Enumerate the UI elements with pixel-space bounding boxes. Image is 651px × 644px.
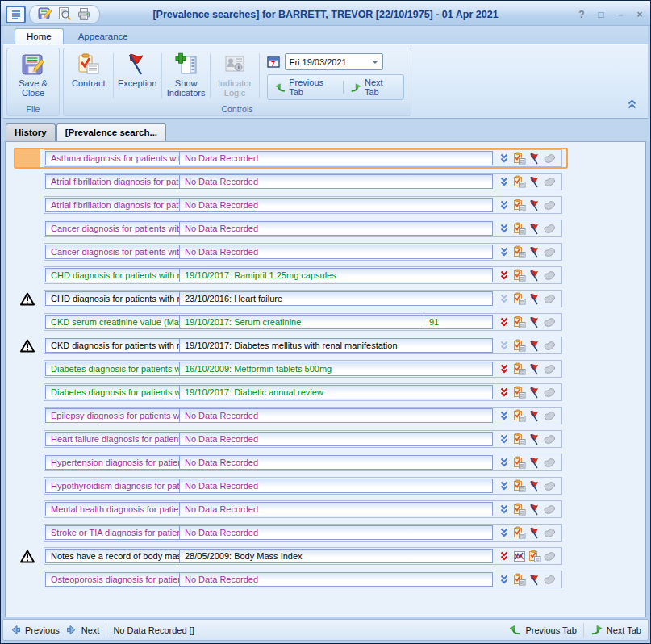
history-button[interactable] (512, 245, 526, 259)
history-button[interactable] (512, 269, 526, 282)
history-button[interactable] (512, 152, 526, 165)
exception-button-row[interactable] (528, 245, 541, 259)
restore-button[interactable]: □ (595, 9, 607, 20)
exception-button-row[interactable] (528, 199, 541, 212)
indicator-row[interactable]: Cancer diagnosis for patients with relat… (14, 241, 568, 262)
history-button[interactable] (512, 386, 526, 399)
exception-button-row[interactable] (528, 339, 541, 353)
indicator-row[interactable]: Asthma diagnosis for patients with asthm… (14, 148, 568, 169)
print-preview-button[interactable] (57, 6, 72, 23)
show-indicators-button[interactable]: Show Indicators (163, 50, 210, 98)
exception-button-row[interactable] (528, 152, 541, 165)
indicator-row[interactable]: CKD diagnosis for patients with related … (14, 335, 568, 356)
exception-button-row[interactable] (528, 292, 541, 306)
exception-button-row[interactable] (528, 479, 541, 493)
expand-row-button[interactable] (497, 339, 511, 353)
expand-row-button[interactable] (497, 456, 511, 470)
expand-row-button[interactable] (497, 199, 511, 212)
indicator-row[interactable]: CHD diagnosis for patients with related … (14, 288, 568, 309)
save-close-button[interactable]: Save & Close (9, 50, 57, 98)
date-picker[interactable]: Fri 19/03/2021 (285, 53, 383, 70)
history-button[interactable] (512, 199, 526, 212)
exception-button-row[interactable] (528, 433, 541, 446)
history-button[interactable] (512, 503, 526, 516)
expand-row-button[interactable] (497, 245, 511, 259)
indicator-row[interactable]: Atrial fibrillation diagnosis for patien… (14, 194, 568, 215)
indicator-row[interactable]: Diabetes diagnosis for patients with rel… (14, 382, 568, 403)
expand-row-button[interactable] (497, 386, 511, 399)
expand-row-button[interactable] (497, 479, 511, 493)
tab-appearance[interactable]: Appearance (67, 29, 140, 44)
exception-button-row[interactable] (528, 222, 541, 236)
exception-button-row[interactable] (528, 456, 541, 470)
history-button[interactable] (512, 316, 526, 329)
previous-tab-button-ribbon[interactable]: Previous Tab (269, 76, 341, 98)
app-menu-button[interactable] (6, 6, 26, 23)
indicator-row[interactable]: Epilepsy diagnosis for patients with rel… (14, 405, 568, 426)
history-button[interactable] (512, 573, 526, 587)
collapse-ribbon-button[interactable] (626, 98, 638, 111)
history-button[interactable] (528, 550, 541, 563)
history-button[interactable] (512, 292, 526, 306)
indicator-row[interactable]: Atrial fibrillation diagnosis for patien… (14, 171, 568, 192)
expand-row-button[interactable] (497, 573, 511, 587)
history-button[interactable] (512, 175, 526, 189)
expand-row-button[interactable] (497, 526, 511, 540)
previous-tab-button-status[interactable]: Previous Tab (509, 624, 576, 636)
exception-button-row[interactable] (528, 316, 541, 329)
save-button[interactable] (38, 6, 52, 23)
expand-row-button[interactable] (497, 362, 511, 376)
exception-button-row[interactable] (528, 409, 541, 423)
next-tab-button-status[interactable]: Next Tab (590, 624, 641, 636)
expand-row-button[interactable] (497, 503, 511, 516)
close-button[interactable]: × (634, 9, 645, 20)
history-button[interactable] (512, 339, 526, 353)
history-button[interactable] (512, 409, 526, 423)
indicator-row[interactable]: Mental health diagnosis for patients wit… (14, 499, 568, 520)
help-button[interactable]: ? (576, 9, 587, 20)
indicator-row[interactable]: Hypothyroidism diagnosis for patients wi… (14, 475, 568, 496)
indicator-row[interactable]: Heart failure diagnosis for patients wit… (14, 429, 568, 450)
history-button[interactable] (512, 456, 526, 470)
expand-row-button[interactable] (497, 292, 511, 306)
history-button[interactable] (512, 526, 526, 540)
indicator-row[interactable]: Cancer diagnosis for patients with relat… (14, 218, 568, 239)
tab-home[interactable]: Home (15, 28, 64, 44)
exception-button-row[interactable] (528, 362, 541, 376)
next-button[interactable]: Next (66, 624, 100, 636)
history-button[interactable] (512, 433, 526, 446)
indicator-row[interactable]: CKD serum creatinine value (Males: 120, … (14, 312, 568, 332)
exception-button-row[interactable] (528, 573, 541, 587)
expand-row-button[interactable] (497, 316, 511, 329)
previous-button[interactable]: Previous (10, 624, 60, 636)
expand-row-button[interactable] (497, 152, 511, 165)
indicator-row[interactable]: Osteoporosis diagnosis for patients with… (14, 569, 568, 590)
tab-prevalence-search[interactable]: [Prevalence search... (56, 123, 166, 141)
indicator-row[interactable]: Diabetes diagnosis for patients with rel… (14, 358, 568, 379)
expand-row-button[interactable] (497, 175, 511, 189)
history-button[interactable] (512, 362, 526, 376)
exception-button[interactable]: Exception (114, 50, 161, 88)
indicator-row[interactable]: CHD diagnosis for patients with related … (14, 265, 568, 286)
exception-button-row[interactable] (528, 269, 541, 282)
print-button[interactable] (77, 6, 91, 23)
trend-chart-button[interactable] (512, 550, 526, 563)
expand-row-button[interactable] (497, 433, 511, 446)
indicator-row[interactable]: Hypertension diagnosis for patients with… (14, 452, 568, 473)
exception-button-row[interactable] (528, 386, 541, 399)
expand-row-button[interactable] (497, 550, 511, 563)
indicator-row[interactable]: Stroke or TIA diagnosis for patients wit… (14, 522, 568, 543)
history-button[interactable] (512, 479, 526, 493)
contract-button[interactable]: Contract (65, 50, 112, 88)
indicator-row[interactable]: Notes have a record of body mass index28… (14, 546, 568, 567)
minimize-button[interactable]: – (615, 9, 626, 20)
exception-button-row[interactable] (528, 503, 541, 516)
exception-button-row[interactable] (528, 175, 541, 189)
history-button[interactable] (512, 222, 526, 236)
tab-history[interactable]: History (6, 123, 56, 141)
expand-row-button[interactable] (497, 269, 511, 282)
exception-button-row[interactable] (528, 526, 541, 540)
expand-row-button[interactable] (497, 409, 511, 423)
expand-row-button[interactable] (497, 222, 511, 236)
next-tab-button-ribbon[interactable]: Next Tab (344, 76, 402, 98)
